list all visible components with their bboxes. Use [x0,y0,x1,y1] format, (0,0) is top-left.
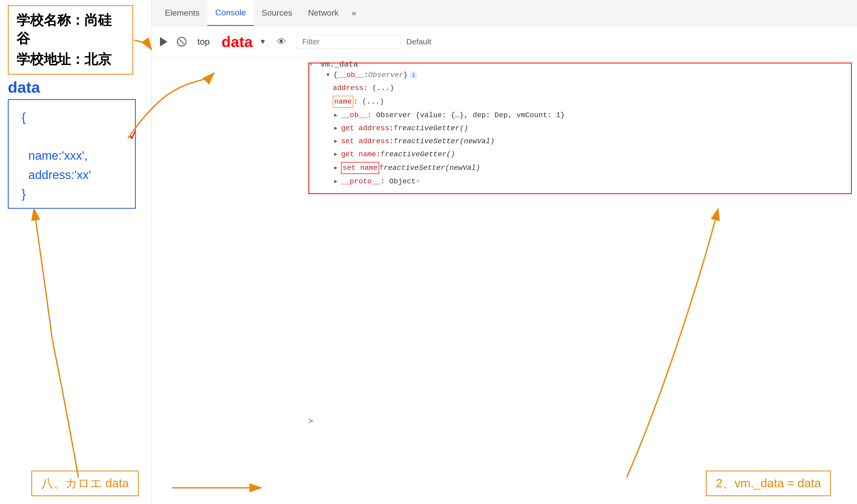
expand-set-name-icon[interactable]: ▶ [333,165,339,171]
devtools-toolbar: top data ▼ 👁 Default [152,26,857,57]
console-get-name-line: ▶ get name : f reactiveGetter() [312,148,848,161]
console-get-address-line: ▶ get address : f reactiveGetter() [312,122,848,135]
set-name-highlight-box: set name [341,162,379,174]
school-address: 学校地址：北京 [16,50,124,69]
bottom-prompt: > [308,417,313,426]
eye-icon[interactable]: 👁 [277,36,286,47]
console-ob-line: ▼ { __ob__ : Observer } i [312,69,848,82]
console-name-line: name : (...) [312,95,848,109]
school-name: 学校名称：尚硅谷 [16,11,124,48]
console-set-address-line: ▶ set address : f reactiveSetter(newVal) [312,135,848,148]
tab-more[interactable]: » [347,5,362,20]
expand-get-name-icon[interactable]: ▶ [333,151,339,158]
expand-get-address-icon[interactable]: ▶ [333,125,339,132]
console-proto-line: ▶ __proto__ : Object + [312,175,848,188]
console-address-line: address : (...) [312,82,848,95]
console-set-name-line: ▶ set name f reactiveSetter(newVal) [312,161,848,175]
name-highlight-box: name [333,96,353,108]
data-section-label: data [8,78,40,96]
dropdown-arrow-icon[interactable]: ▼ [259,38,267,46]
info-icon[interactable]: i [410,71,417,79]
expand-ob2-icon[interactable]: ▶ [333,112,339,118]
annotation-box-2: 2、vm._data = data [706,471,831,496]
filter-input[interactable] [297,35,401,49]
tab-console[interactable]: Console [207,0,254,26]
devtools-tab-bar: Elements Console Sources Network » [152,0,857,26]
console-red-box: ▼ { __ob__ : Observer } i address : (...… [308,63,852,194]
expand-set-address-icon[interactable]: ▶ [333,138,339,144]
svg-line-2 [180,39,184,44]
school-info-box: 学校名称：尚硅谷 学校地址：北京 [8,5,133,75]
expand-proto-icon[interactable]: ▶ [333,178,339,185]
expand-ob-icon[interactable]: ▼ [325,72,331,78]
devtools-panel: Elements Console Sources Network » top [151,0,857,504]
tab-sources[interactable]: Sources [254,0,300,26]
data-code-content: { name:'xxx', address:'xx' } [22,108,122,204]
data-highlight-label: data [221,33,252,50]
console-output: › vm._data ▼ { __ob__ : Observer } i add… [303,57,857,504]
execute-icon[interactable] [157,35,170,48]
console-ob2-line: ▶ __ob__ : Observer {value: {…}, dep: De… [312,109,848,122]
svg-marker-0 [160,38,166,46]
tab-network[interactable]: Network [300,0,346,26]
annotation-box-1: 八、カロエ data [31,471,139,496]
tab-elements[interactable]: Elements [157,0,207,26]
context-selector[interactable]: top [194,35,214,48]
stop-icon[interactable] [175,35,188,48]
default-label: Default [406,37,431,46]
data-code-box: { name:'xxx', address:'xx' } [8,99,136,209]
